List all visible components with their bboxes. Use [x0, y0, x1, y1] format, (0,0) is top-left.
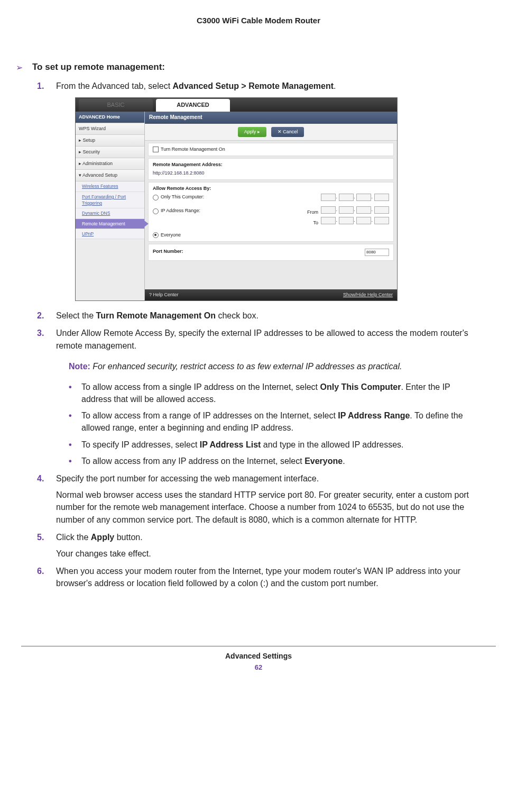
- ip-range-label: IP Address Range:: [161, 208, 200, 213]
- step-num: 2.: [37, 309, 44, 322]
- sidebar-item-setup[interactable]: ▸ Setup: [76, 135, 144, 147]
- step-num: 6.: [37, 565, 44, 577]
- cancel-button[interactable]: ✕ Cancel: [271, 127, 304, 137]
- bullet-bold: IP Address Range: [338, 411, 410, 420]
- bullet-4: To allow access from any IP address on t…: [69, 455, 480, 467]
- turn-on-label: Turn Remote Management On: [161, 147, 225, 152]
- show-hide-help-link[interactable]: Show/Hide Help Center: [343, 291, 393, 298]
- step-bold: Turn Remote Management On: [96, 311, 216, 320]
- ip-range-radio[interactable]: [153, 208, 159, 214]
- allow-access-label: Allow Remote Access By:: [153, 185, 389, 192]
- bullet-bold: Only This Computer: [320, 382, 401, 391]
- bullet-pre: To allow access from a range of IP addre…: [81, 411, 338, 420]
- step-5: 5. Click the Apply button. Your changes …: [37, 531, 480, 560]
- sidebar-sub-upnp[interactable]: UPnP: [76, 229, 144, 239]
- tab-basic[interactable]: BASIC: [79, 99, 153, 112]
- remote-address-value: http://192.168.18.2:8080: [153, 170, 389, 177]
- from-label: From: [307, 209, 318, 215]
- step-text: From the Advanced tab, select: [56, 81, 173, 90]
- bullet-post: and type in the allowed IP addresses.: [261, 440, 403, 449]
- everyone-label: Everyone: [161, 232, 181, 238]
- doc-header: C3000 WiFi Cable Modem Router: [37, 11, 480, 62]
- sidebar-item-advanced-setup[interactable]: ▾ Advanced Setup: [76, 170, 144, 181]
- bullet-bold: IP Address List: [200, 440, 261, 449]
- step-1: 1. From the Advanced tab, select Advance…: [37, 80, 480, 301]
- step-post: button.: [114, 533, 142, 542]
- remote-address-label: Remote Management Address:: [153, 161, 389, 168]
- port-number-input[interactable]: 8080: [365, 249, 389, 256]
- note-block: Note: For enhanced security, restrict ac…: [69, 360, 480, 372]
- sidebar: ADVANCED Home WPS Wizard ▸ Setup ▸ Secur…: [76, 112, 145, 300]
- sidebar-sub-dynamic-dns[interactable]: Dynamic DNS: [76, 208, 144, 218]
- bullet-2: To allow access from a range of IP addre…: [69, 409, 480, 434]
- proc-arrow-icon: ➢: [16, 62, 23, 74]
- step-text: Select the: [56, 311, 96, 320]
- step-4: 4. Specify the port number for accessing…: [37, 472, 480, 526]
- ip-range-from-input[interactable]: ...: [319, 206, 389, 214]
- step-bold: Apply: [91, 533, 114, 542]
- bullet-1: To allow access from a single IP address…: [69, 381, 480, 405]
- bullet-post: .: [343, 457, 345, 466]
- step-bold: Advanced Setup > Remote Management: [173, 81, 334, 90]
- sidebar-item-wps[interactable]: WPS Wizard: [76, 123, 144, 135]
- step-text: Under Allow Remote Access By, specify th…: [56, 329, 468, 350]
- step-2: 2. Select the Turn Remote Management On …: [37, 309, 480, 322]
- sidebar-item-security[interactable]: ▸ Security: [76, 147, 144, 158]
- step-para: Your changes take effect.: [56, 548, 480, 560]
- tab-advanced[interactable]: ADVANCED: [156, 99, 230, 112]
- panel-title: Remote Management: [145, 112, 397, 124]
- step-text: Click the: [56, 533, 91, 542]
- step-post: .: [334, 81, 336, 90]
- bullet-pre: To specify IP addresses, select: [81, 440, 200, 449]
- bullet-bold: Everyone: [304, 457, 343, 466]
- note-label: Note:: [69, 362, 90, 371]
- footer-section: Advanced Settings: [0, 646, 517, 660]
- only-this-ip-input[interactable]: ...: [319, 194, 389, 201]
- bullet-pre: To allow access from a single IP address…: [81, 382, 320, 391]
- step-num: 5.: [37, 531, 44, 543]
- everyone-radio[interactable]: [153, 232, 159, 238]
- to-label: To: [313, 220, 318, 225]
- sidebar-item-administration[interactable]: ▸ Administration: [76, 158, 144, 170]
- note-body: For enhanced security, restrict access t…: [93, 362, 402, 371]
- sidebar-sub-port-forwarding[interactable]: Port Forwarding / Port Triggering: [76, 192, 144, 209]
- proc-title: To set up remote management:: [32, 62, 165, 72]
- step-para: Normal web browser access uses the stand…: [56, 489, 480, 526]
- step-text: When you access your modem router from t…: [56, 567, 460, 588]
- step-num: 1.: [37, 80, 44, 92]
- step-text: Specify the port number for accessing th…: [56, 474, 319, 483]
- port-number-label: Port Number:: [153, 248, 183, 255]
- only-this-label: Only This Computer:: [161, 194, 204, 199]
- step-num: 3.: [37, 327, 44, 339]
- step-3: 3. Under Allow Remote Access By, specify…: [37, 327, 480, 467]
- bullet-3: To specify IP addresses, select IP Addre…: [69, 439, 480, 451]
- sidebar-sub-remote-management[interactable]: Remote Management: [76, 219, 144, 229]
- turn-on-checkbox[interactable]: [153, 147, 159, 152]
- page-number: 62: [0, 660, 517, 671]
- only-this-radio[interactable]: [153, 195, 159, 200]
- ui-screenshot: BASIC ADVANCED ADVANCED Home WPS Wizard …: [75, 97, 398, 301]
- sidebar-item-advanced-home[interactable]: ADVANCED Home: [76, 112, 144, 123]
- ip-range-to-input[interactable]: ...: [319, 217, 389, 224]
- step-6: 6. When you access your modem router fro…: [37, 565, 480, 589]
- help-center-link[interactable]: ? Help Center: [149, 291, 179, 298]
- apply-button[interactable]: Apply ▸: [238, 127, 266, 137]
- sidebar-sub-wireless[interactable]: Wireless Features: [76, 181, 144, 191]
- bullet-pre: To allow access from any IP address on t…: [81, 457, 304, 466]
- step-num: 4.: [37, 472, 44, 485]
- step-post: check box.: [216, 311, 258, 320]
